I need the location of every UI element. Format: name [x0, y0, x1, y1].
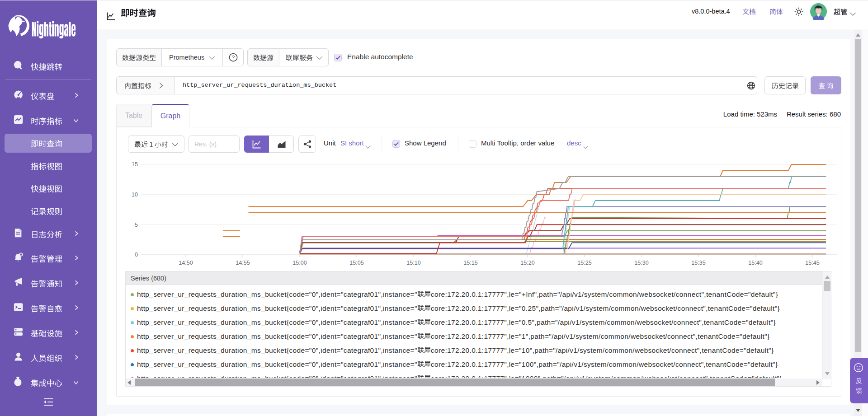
- svg-text:15:10: 15:10: [406, 260, 420, 266]
- svg-text:15:00: 15:00: [292, 260, 307, 266]
- svg-text:15:40: 15:40: [748, 260, 762, 266]
- svg-text:0: 0: [135, 252, 138, 258]
- svg-text:14:55: 14:55: [236, 260, 250, 266]
- svg-text:15:30: 15:30: [634, 260, 648, 266]
- svg-text:5: 5: [135, 222, 138, 228]
- svg-text:15:20: 15:20: [520, 260, 534, 266]
- svg-text:10: 10: [132, 192, 138, 198]
- svg-text:15: 15: [132, 161, 138, 168]
- svg-text:15:45: 15:45: [805, 260, 819, 266]
- svg-text:14:50: 14:50: [179, 260, 193, 266]
- svg-text:?: ?: [231, 55, 234, 60]
- svg-text:15:35: 15:35: [691, 260, 705, 266]
- svg-text:15:05: 15:05: [349, 260, 363, 266]
- svg-text:15:25: 15:25: [577, 260, 591, 266]
- svg-text:15:15: 15:15: [463, 260, 477, 266]
